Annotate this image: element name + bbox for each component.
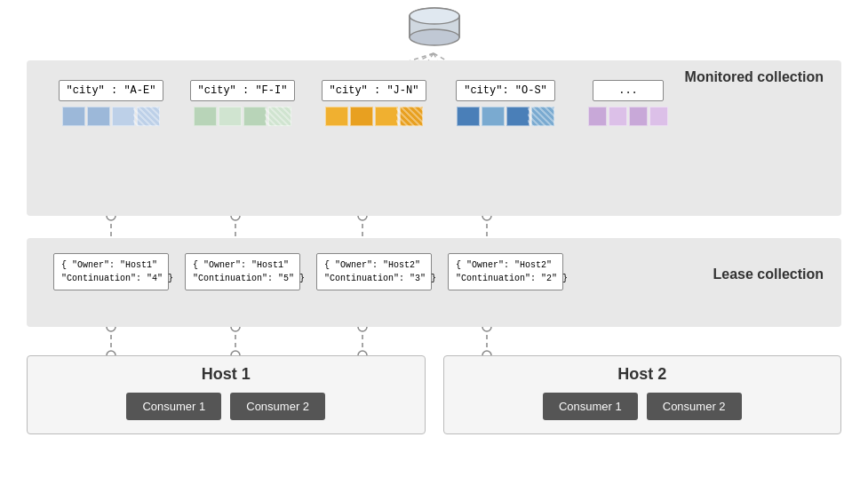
host1-consumer1: Consumer 1 (126, 393, 221, 420)
host2-box: Host 2 Consumer 1 Consumer 2 (443, 355, 842, 434)
host2-consumer1: Consumer 1 (543, 393, 638, 420)
partition-ae: "city" : "A-E" (53, 80, 169, 126)
lease-row: { "Owner": "Host1""Continuation": "4" } … (53, 253, 563, 290)
partition-fi-cells (194, 107, 291, 126)
lease-collection-label: Lease collection (713, 266, 824, 282)
cell (609, 107, 627, 126)
diagram-container: Monitored collection "city" : "A-E" "cit… (0, 0, 868, 477)
partition-os-label: "city": "O-S" (456, 80, 555, 101)
cell (112, 107, 135, 126)
hatch (396, 107, 423, 126)
host1-box: Host 1 Consumer 1 Consumer 2 (27, 355, 426, 434)
partition-ae-cells (62, 107, 160, 126)
host1-consumer-row: Consumer 1 Consumer 2 (41, 393, 411, 420)
cell (457, 107, 480, 126)
partition-os: "city": "O-S" (448, 80, 563, 126)
svg-point-31 (410, 29, 459, 45)
partition-ellipsis-label: ... (593, 80, 664, 101)
hatch (133, 107, 160, 126)
partition-os-cells (457, 107, 554, 126)
lease-doc-3: { "Owner": "Host2""Continuation": "3" } (316, 253, 432, 290)
host1-consumer2: Consumer 2 (230, 393, 325, 420)
cell (482, 107, 505, 126)
partition-fi-label: "city" : "F-I" (190, 80, 296, 101)
cell (62, 107, 85, 126)
cell (87, 107, 110, 126)
partition-ellipsis: ... (579, 80, 677, 126)
host2-consumer-row: Consumer 1 Consumer 2 (458, 393, 828, 420)
host-section: Host 1 Consumer 1 Consumer 2 Host 2 Cons… (27, 355, 841, 434)
cell (629, 107, 648, 126)
lease-doc-4: { "Owner": "Host2""Continuation": "2" } (448, 253, 563, 290)
host1-title: Host 1 (41, 365, 411, 384)
cell (588, 107, 607, 126)
cell (649, 107, 668, 126)
partition-jn-label: "city" : "J-N" (322, 80, 427, 101)
cell (325, 107, 348, 126)
partition-fi: "city" : "F-I" (185, 80, 300, 126)
partition-row: "city" : "A-E" "city" : "F-I" "city" : (53, 80, 815, 126)
cell (350, 107, 373, 126)
hatch (528, 107, 554, 126)
cell (243, 107, 267, 126)
cell (194, 107, 217, 126)
partition-jn: "city" : "J-N" (316, 80, 432, 126)
cell (219, 107, 242, 126)
partition-ellipsis-cells (588, 107, 668, 126)
lease-doc-1: { "Owner": "Host1""Continuation": "4" } (53, 253, 169, 290)
cell (375, 107, 398, 126)
cell (506, 107, 530, 126)
database-icon (408, 7, 461, 53)
lease-doc-2: { "Owner": "Host1""Continuation": "5" } (185, 253, 300, 290)
partition-ae-label: "city" : "A-E" (59, 80, 164, 101)
host2-consumer2: Consumer 2 (647, 393, 742, 420)
svg-point-32 (410, 8, 459, 24)
hatch (265, 107, 291, 126)
host2-title: Host 2 (458, 365, 828, 384)
partition-jn-cells (325, 107, 423, 126)
